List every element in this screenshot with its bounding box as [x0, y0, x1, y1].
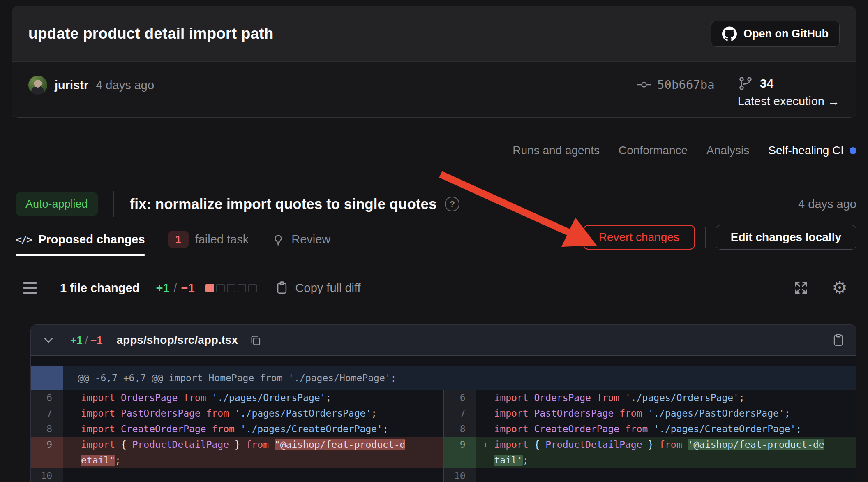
nav-analysis[interactable]: Analysis [706, 144, 749, 157]
line-number: 7 [444, 406, 476, 421]
file-diff-header: +1 / −1 apps/shop/src/app.tsx [31, 325, 856, 356]
open-on-github-button[interactable]: Open on GitHub [711, 21, 840, 47]
top-nav: Runs and agents Conformance Analysis Sel… [0, 142, 856, 159]
diff-panel-new: 6import OrdersPage from './pages/OrdersP… [444, 390, 856, 482]
toolbar-right: ⚙ [793, 279, 856, 297]
execution-block: 34 Latest execution → [738, 76, 840, 108]
nav-runs-and-agents[interactable]: Runs and agents [512, 144, 600, 157]
line-number: 8 [31, 421, 63, 437]
diff-marker [63, 421, 81, 437]
author-time: 4 days ago [96, 79, 154, 92]
tab-proposed-changes[interactable]: </> Proposed changes [16, 224, 145, 255]
execution-top: 34 [738, 76, 773, 91]
latest-execution-link[interactable]: Latest execution → [738, 95, 840, 108]
diff-stat-square [227, 284, 235, 292]
page-title: update product detail import path [28, 25, 274, 42]
diff-line-row: 10 [31, 468, 443, 482]
diff-line-row: 6import OrdersPage from './pages/OrdersP… [31, 390, 443, 406]
diff-marker [63, 390, 81, 406]
files-changed-label: 1 file changed [60, 281, 139, 295]
hunk-header: @@ -6,7 +6,7 @@ import HomePage from './… [31, 366, 856, 390]
edit-changes-locally-button[interactable]: Edit changes locally [716, 225, 856, 250]
clipboard-icon [275, 281, 289, 295]
settings-gear-icon[interactable]: ⚙ [832, 279, 847, 297]
commit-hash[interactable]: 50b667ba [637, 77, 715, 92]
diff-toolbar: 1 file changed +1 / −1 Copy full diff ⚙ [12, 276, 856, 300]
github-icon [722, 26, 737, 41]
diff-marker [63, 406, 81, 421]
tab-review[interactable]: Review [272, 224, 330, 255]
line-number: 6 [31, 390, 63, 406]
revert-changes-button[interactable]: Revert changes [583, 225, 695, 250]
header-card-bottom: juristr 4 days ago 50b667ba 34 [12, 61, 856, 117]
nav-self-healing-ci[interactable]: Self-healing CI [768, 144, 856, 157]
diff-line-row: 6import OrdersPage from './pages/OrdersP… [444, 390, 856, 406]
additions-count: +1 [156, 281, 169, 295]
code-text: import { ProductDetailPage } from '@aish… [494, 437, 828, 468]
file-list-menu-icon[interactable] [23, 282, 37, 294]
line-number: 9 [31, 437, 63, 468]
tab-failed-task-label: failed task [195, 233, 249, 246]
nav-conformance[interactable]: Conformance [619, 144, 688, 157]
header-card: update product detail import path Open o… [12, 6, 856, 118]
diff-line-row: 7import PastOrdersPage from './pages/Pas… [31, 406, 443, 421]
fix-header-row: Auto-applied fix: normalize import quote… [16, 191, 856, 217]
auto-applied-badge: Auto-applied [16, 192, 98, 216]
nav-self-healing-label: Self-healing CI [768, 144, 844, 157]
diff-stat-square [248, 284, 257, 292]
chevron-down-icon[interactable] [42, 333, 55, 347]
diff-line-row: 9−import { ProductDetailPage } from "@ai… [31, 437, 443, 468]
code-text: import OrdersPage from './pages/OrdersPa… [494, 390, 828, 406]
fix-time: 4 days ago [798, 197, 856, 211]
diff-line-row: 10 [444, 468, 856, 482]
code-text [494, 468, 828, 482]
diff-panel-old: 6import OrdersPage from './pages/OrdersP… [31, 390, 443, 482]
file-additions: +1 [70, 334, 83, 347]
divider [705, 227, 706, 248]
diff-marker: − [63, 437, 81, 468]
line-number: 7 [31, 406, 63, 421]
stat-slash: / [173, 281, 177, 295]
open-on-github-label: Open on GitHub [743, 28, 829, 40]
author-name: juristr [55, 79, 88, 92]
copy-file-diff-icon[interactable] [831, 333, 845, 347]
diff-line-row: 9+import { ProductDetailPage } from '@ai… [444, 437, 856, 468]
diff-line-row: 7import PastOrdersPage from './pages/Pas… [444, 406, 856, 421]
tab-proposed-changes-label: Proposed changes [38, 233, 145, 246]
copy-full-diff-button[interactable]: Copy full diff [275, 281, 361, 295]
diff-line-row: 8import CreateOrderPage from './pages/Cr… [444, 421, 856, 437]
active-dot-icon [850, 147, 856, 154]
help-icon[interactable]: ? [445, 197, 459, 211]
page: update product detail import path Open o… [0, 6, 868, 482]
code-text: import CreateOrderPage from './pages/Cre… [494, 421, 828, 437]
diff-marker: + [476, 437, 494, 468]
code-text: import { ProductDetailPage } from "@aish… [81, 437, 410, 468]
tabs-row: </> Proposed changes 1 failed task Revie… [12, 224, 856, 255]
git-commit-icon [637, 77, 651, 92]
code-text [81, 468, 410, 482]
line-number: 8 [444, 421, 476, 437]
hunk-gutter-block [31, 366, 63, 390]
file-stat-slash: / [85, 334, 88, 347]
lightbulb-icon [272, 233, 285, 246]
code-text: import OrdersPage from './pages/OrdersPa… [81, 390, 410, 406]
expand-fullscreen-icon[interactable] [793, 280, 809, 296]
commit-author: juristr 4 days ago [28, 76, 154, 95]
code-strip [31, 356, 856, 366]
tab-failed-task[interactable]: 1 failed task [168, 224, 249, 255]
code-text: import CreateOrderPage from './pages/Cre… [81, 421, 410, 437]
line-number: 10 [444, 468, 476, 482]
diff-line-row: 8import CreateOrderPage from './pages/Cr… [31, 421, 443, 437]
failed-task-count-badge: 1 [168, 231, 189, 248]
line-number: 10 [31, 468, 63, 482]
copy-path-icon[interactable] [249, 334, 262, 346]
copy-full-diff-label: Copy full diff [295, 281, 361, 295]
avatar[interactable] [28, 76, 47, 95]
diff-marker [63, 468, 81, 482]
file-stats: +1 / −1 [70, 334, 103, 347]
diff-body: 6import OrdersPage from './pages/OrdersP… [31, 390, 856, 482]
file-path: apps/shop/src/app.tsx [117, 334, 238, 347]
commit-sha: 50b667ba [657, 78, 715, 92]
diff-stat-square [238, 284, 246, 292]
execution-number: 34 [760, 76, 773, 90]
